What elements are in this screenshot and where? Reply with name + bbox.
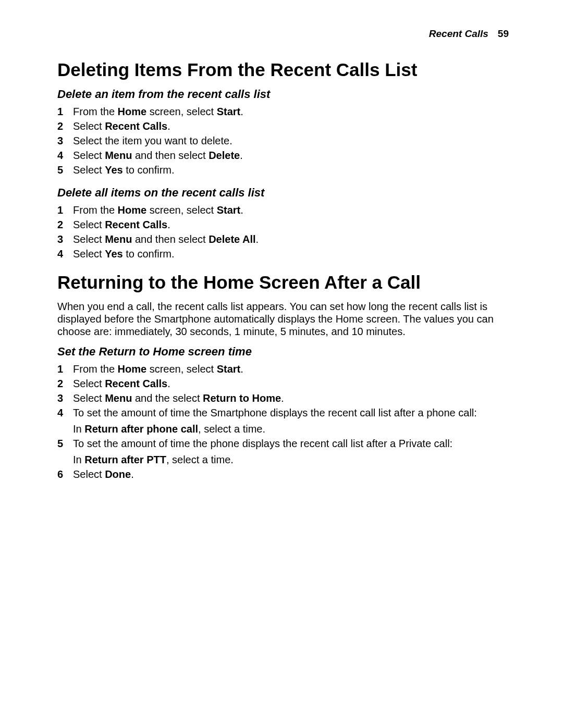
step-number: 2 (57, 120, 73, 133)
step-text: To set the amount of time the Smartphone… (73, 406, 511, 436)
intro-return-home: When you end a call, the recent calls li… (57, 300, 511, 338)
subheading-set-return-time: Set the Return to Home screen time (57, 345, 511, 359)
step-number: 1 (57, 363, 73, 376)
step-number: 1 (57, 105, 73, 118)
step-number: 3 (57, 134, 73, 147)
step: 4Select Menu and then select Delete. (57, 149, 511, 162)
step: 6Select Done. (57, 468, 511, 481)
heading-return-home: Returning to the Home Screen After a Cal… (57, 272, 511, 293)
steps-set-return-time: 1From the Home screen, select Start. 2Se… (57, 363, 511, 481)
step: 2Select Recent Calls. (57, 377, 511, 390)
step: 5Select Yes to confirm. (57, 164, 511, 177)
subheading-delete-item: Delete an item from the recent calls lis… (57, 88, 511, 101)
step-text: Select Menu and then select Delete All. (73, 233, 511, 246)
steps-delete-item: 1From the Home screen, select Start. 2Se… (57, 105, 511, 177)
step: 2Select Recent Calls. (57, 120, 511, 133)
step-text: Select Yes to confirm. (73, 248, 511, 261)
step-text: From the Home screen, select Start. (73, 363, 511, 376)
step-text: To set the amount of time the phone disp… (73, 437, 511, 466)
header-page-number: 59 (498, 28, 509, 39)
step-number: 4 (57, 248, 73, 261)
step: 1From the Home screen, select Start. (57, 204, 511, 217)
step-text: Select Menu and then select Delete. (73, 149, 511, 162)
step-text: Select Recent Calls. (73, 218, 511, 231)
step-text: From the Home screen, select Start. (73, 105, 511, 118)
step: 1From the Home screen, select Start. (57, 363, 511, 376)
step-number: 2 (57, 377, 73, 390)
step-text: From the Home screen, select Start. (73, 204, 511, 217)
step-text: Select the item you want to delete. (73, 134, 511, 147)
step: 2Select Recent Calls. (57, 218, 511, 231)
step-number: 4 (57, 149, 73, 162)
step-text: Select Yes to confirm. (73, 164, 511, 177)
step-text: Select Menu and the select Return to Hom… (73, 392, 511, 405)
step: 3Select Menu and then select Delete All. (57, 233, 511, 246)
steps-delete-all: 1From the Home screen, select Start. 2Se… (57, 204, 511, 261)
step-substep: In Return after PTT, select a time. (73, 453, 511, 466)
step: 4Select Yes to confirm. (57, 248, 511, 261)
step: 4To set the amount of time the Smartphon… (57, 406, 511, 436)
page: Recent Calls59 Deleting Items From the R… (0, 0, 563, 728)
heading-deleting-items: Deleting Items From the Recent Calls Lis… (57, 59, 511, 80)
running-header: Recent Calls59 (57, 28, 511, 40)
step-number: 2 (57, 218, 73, 231)
step: 3Select Menu and the select Return to Ho… (57, 392, 511, 405)
step-number: 5 (57, 164, 73, 177)
step-text: Select Recent Calls. (73, 120, 511, 133)
step-number: 5 (57, 437, 73, 450)
step: 3Select the item you want to delete. (57, 134, 511, 147)
step: 1From the Home screen, select Start. (57, 105, 511, 118)
step-number: 6 (57, 468, 73, 481)
step-number: 4 (57, 406, 73, 419)
step-number: 3 (57, 233, 73, 246)
header-section: Recent Calls (429, 28, 488, 39)
subheading-delete-all: Delete all items on the recent calls lis… (57, 186, 511, 200)
step-number: 1 (57, 204, 73, 217)
step-text: Select Recent Calls. (73, 377, 511, 390)
step: 5To set the amount of time the phone dis… (57, 437, 511, 466)
step-substep: In Return after phone call, select a tim… (73, 423, 511, 436)
step-number: 3 (57, 392, 73, 405)
step-text: Select Done. (73, 468, 511, 481)
